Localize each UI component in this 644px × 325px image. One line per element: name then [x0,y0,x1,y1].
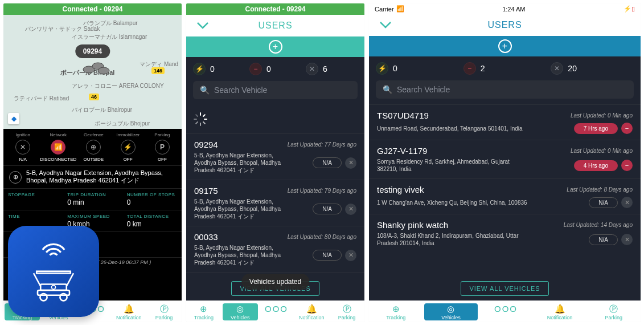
map-label: バイロプール Bhairopur [72,106,132,114]
count-active[interactable]: ⚡0 [376,62,459,75]
header: USERS [369,14,641,36]
svg-line-18 [196,115,198,116]
vehicle-row[interactable]: 09175Last Updated: 79 Days ago5-B, Ayodh… [186,180,364,226]
parking-icon: Ⓟ [146,303,182,315]
svg-point-10 [98,67,109,74]
tab-tracking[interactable]: ⊕Tracking [369,303,423,320]
x-icon: ✕ [551,62,563,75]
status-badge: 7 Hrs ago− [574,123,633,134]
map-label: ラティバード Ratibad [14,95,69,103]
x-icon[interactable]: ✕ [621,197,633,208]
minus-icon: − [249,63,262,75]
time-pill: N/A [313,250,342,261]
vehicle-row[interactable]: 09294Last Updated: 77 Days ago5-B, Ayodh… [186,133,364,180]
vehicle-row[interactable]: GJ27-V-1179Last Updated: 0 Min agoSomya … [369,140,641,178]
search-bar: 🔍Search Vehicle [186,81,364,105]
last-updated: Last Updated: 79 Days ago [288,188,356,194]
vehicle-address: 108/A-3, Shakti Khand 2, Indirapuram, Gh… [377,232,530,247]
tab-parking[interactable]: ⓅParking [586,303,641,320]
tab-notification[interactable]: 🔔Notification [294,303,329,320]
vehicle-row[interactable]: testing vivekLast Updated: 8 Days ago1 W… [369,178,641,214]
search-icon: 🔍 [200,86,210,95]
view-all-button[interactable]: VIEW ALL VEHICLES [461,281,548,296]
search-input[interactable]: 🔍Search Vehicle [193,81,358,99]
vehicle-id: testing vivek [377,185,424,194]
vehicle-id: 09294 [194,140,218,149]
battery-icon: ⚡▯ [624,5,635,13]
count-offline[interactable]: ✕6 [306,63,358,75]
minus-icon[interactable]: − [621,160,633,171]
svg-rect-0 [36,271,71,274]
tab-notification[interactable]: 🔔Notification [533,303,587,320]
vehicle-address: Unnamed Road, Secunderabad, Telangana 50… [377,125,523,132]
status-bar: Carrier 📶 1:24 AM ⚡▯ [369,3,641,14]
status-badge: N/A✕ [589,234,633,245]
tab-parking[interactable]: ⓅParking [329,303,364,320]
status-geofence: Geofence ⊕ OUTSIDE [76,132,110,162]
add-button[interactable]: + [269,40,282,54]
vehicle-row[interactable]: TS07UD4719Last Updated: 0 Min agoUnnamed… [369,104,641,140]
count-active[interactable]: ⚡0 [193,63,245,75]
status-ignition: Ignition ✕ N/A [6,132,40,162]
x-icon[interactable]: ✕ [345,157,356,169]
tab-vehicles[interactable]: ◎Vehicles [223,303,258,320]
vehicle-row[interactable]: 00033Last Updated: 80 Days ago5-B, Ayodh… [186,226,364,272]
time-pill: N/A [589,234,618,245]
count-offline[interactable]: ✕20 [551,62,634,75]
vehicle-list[interactable]: 09294Last Updated: 77 Days ago5-B, Ayodh… [186,105,364,277]
x-icon[interactable]: ✕ [345,250,356,261]
address-text: 5-B, Ayodhya Nagar Extension, Ayodhya By… [26,169,176,185]
road-badge: 146 [151,67,165,74]
globe-icon: ⊕ [9,171,22,184]
count-warning[interactable]: −2 [463,62,547,75]
directions-button[interactable]: ◆ [8,113,19,124]
connection-bar: Connected - 09294 [186,3,364,15]
vehicle-markers[interactable] [82,57,110,78]
tab-notification[interactable]: 🔔Notification [111,303,146,320]
vehicle-address: 1 W Chang'an Ave, Xicheng Qu, Beijing Sh… [377,199,527,206]
view-all-row: VIEW ALL VEHICLES [369,277,641,300]
sos-icon: OOO [479,303,533,315]
globe-icon: ⊕ [369,303,423,315]
tab-vehicles[interactable]: ◎Vehicles [424,303,478,320]
vehicle-pin[interactable]: 09294 [75,44,110,58]
minus-icon[interactable]: − [621,123,633,134]
page-title: USERS [487,20,522,30]
carrier-text: Carrier [375,6,394,13]
tab-tracking[interactable]: ⊕Tracking [186,303,221,320]
bolt-icon: ⚡ [376,62,388,75]
x-icon: ✕ [15,140,30,155]
tab-sos[interactable]: OOO [259,303,294,320]
time-pill: N/A [313,204,342,214]
time-pill: 7 Hrs ago [574,123,618,134]
status-badge: N/A✕ [589,197,633,208]
map[interactable]: パンワリヤ・サドック Sadak バランプル Balampur イスラーマナガル… [3,15,182,129]
svg-line-16 [196,122,198,124]
status-badge: 4 Hrs ago− [574,160,633,171]
tab-bar: ⊕Tracking ◎Vehicles OOO 🔔Notification ⓅP… [369,300,641,322]
add-bar: + [186,36,364,57]
count-warning[interactable]: −0 [249,63,301,75]
screen-vehicles: Connected - 09294 USERS + ⚡0 −0 ✕6 🔍Sear… [186,3,364,322]
app-icon [8,226,99,317]
vehicle-address: 5-B, Ayodhya Nagar Extension, Ayodhya By… [194,152,292,174]
search-input[interactable]: 🔍Search Vehicle [376,80,634,99]
tab-parking[interactable]: ⓅParking [146,303,182,320]
road-badge: 46 [89,94,99,100]
last-updated: Last Updated: 80 Days ago [288,234,356,240]
chevron-down-icon[interactable] [379,21,392,29]
vehicle-id: GJ27-V-1179 [377,146,427,156]
vehicle-id: 00033 [194,232,218,242]
spinner-icon [193,112,208,127]
x-icon: ✕ [306,63,318,75]
last-updated: Last Updated: 14 Days ago [564,222,633,228]
vehicle-row[interactable]: Shanky pink watchLast Updated: 14 Days a… [369,214,641,253]
count-bar: ⚡0 −2 ✕20 [369,56,641,80]
time-pill: 4 Hrs ago [574,160,618,171]
x-icon[interactable]: ✕ [621,234,633,245]
x-icon[interactable]: ✕ [345,204,356,215]
chevron-down-icon[interactable] [196,22,209,30]
add-button[interactable]: + [498,39,512,53]
tab-sos[interactable]: OOO [479,303,533,320]
vehicle-list[interactable]: TS07UD4719Last Updated: 0 Min agoUnnamed… [369,104,641,277]
